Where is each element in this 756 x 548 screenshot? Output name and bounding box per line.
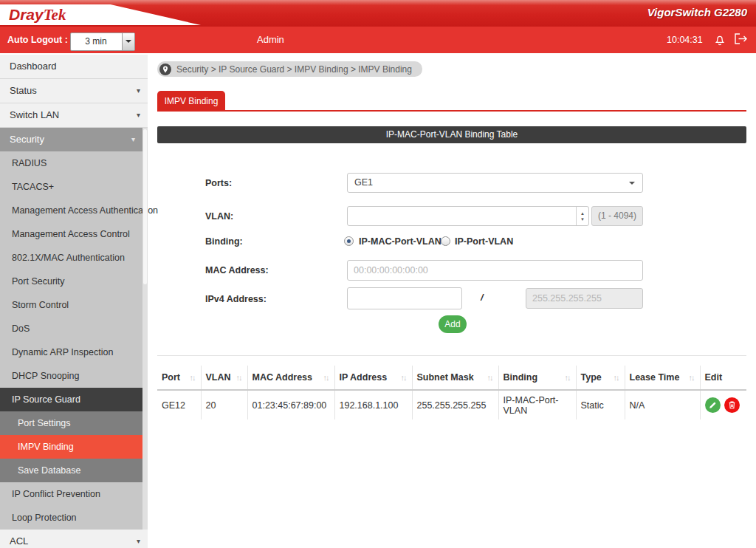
vigorswitch-admin-page: DrayTek VigorSwitch G2280 Auto Logout : … — [0, 0, 756, 548]
section-divider — [157, 355, 746, 356]
sidebar-item-storm-control[interactable]: Storm Control — [0, 293, 142, 317]
radio-label-ip-mac-port-vlan[interactable]: IP-MAC-Port-VLAN — [359, 236, 441, 247]
sort-icon[interactable] — [565, 373, 570, 382]
cell-edit — [700, 390, 746, 419]
number-spinner-icon[interactable] — [576, 207, 588, 225]
panel-title: IP-MAC-Port-VLAN Binding Table — [157, 126, 746, 143]
column-label: Binding — [504, 372, 538, 383]
chevron-down-icon — [137, 103, 140, 127]
column-header-vlan[interactable]: VLAN — [201, 366, 247, 390]
sidebar-item-status[interactable]: Status — [0, 79, 148, 103]
add-button[interactable]: Add — [439, 315, 467, 333]
table-header-row: Port VLAN MAC Address IP Address Subnet … — [157, 366, 746, 390]
notification-bell-icon[interactable] — [713, 32, 726, 49]
sort-icon[interactable] — [487, 373, 492, 382]
cell-type: Static — [576, 390, 625, 419]
sidebar-item-acl[interactable]: ACL — [0, 530, 148, 548]
product-name: VigorSwitch G2280 — [647, 6, 747, 18]
logout-icon[interactable] — [733, 32, 749, 48]
sidebar-item-label: Security — [10, 134, 44, 145]
sidebar-item-label: RADIUS — [12, 158, 47, 168]
sidebar-item-label: TACACS+ — [12, 182, 54, 192]
sidebar-item-loop-protection[interactable]: Loop Protection — [0, 506, 142, 530]
column-header-mac-address[interactable]: MAC Address — [247, 366, 334, 390]
sidebar-item-impv-binding[interactable]: IMPV Binding — [0, 435, 142, 459]
cell-ip: 192.168.1.100 — [334, 390, 412, 419]
sidebar-item-label: DoS — [12, 323, 30, 334]
cell-lease: N/A — [625, 390, 700, 419]
sidebar-item-label: Port Security — [12, 276, 65, 287]
sidebar-item-dos[interactable]: DoS — [0, 317, 142, 340]
column-label: Lease Time — [630, 372, 680, 383]
sidebar-item-mgmt-access-control[interactable]: Management Access Control — [0, 222, 142, 246]
radio-ip-port-vlan[interactable] — [441, 236, 450, 246]
sort-icon[interactable] — [689, 373, 694, 382]
sidebar-item-label: IP Conflict Prevention — [12, 489, 100, 499]
logged-in-user: Admin — [257, 34, 284, 45]
sidebar-item-label: Status — [10, 85, 37, 96]
cell-vlan: 20 — [201, 390, 247, 419]
sidebar-item-8021x-mac-auth[interactable]: 802.1X/MAC Authentication — [0, 246, 142, 270]
vlan-input[interactable] — [347, 206, 589, 226]
ports-select[interactable]: GE1 — [347, 173, 643, 193]
sort-icon[interactable] — [401, 373, 406, 382]
brand-dray: Dray — [9, 6, 44, 23]
mac-address-input[interactable] — [347, 260, 643, 281]
sidebar-scrollbar[interactable] — [142, 128, 148, 530]
sidebar-item-tacacs[interactable]: TACACS+ — [0, 175, 142, 199]
sidebar-item-dhcp-snooping[interactable]: DHCP Snooping — [0, 364, 142, 388]
sort-icon[interactable] — [323, 373, 329, 382]
column-label: Port — [162, 372, 180, 383]
sidebar-item-label: Port Settings — [18, 418, 71, 428]
cell-mask: 255.255.255.255 — [412, 390, 498, 419]
sidebar-item-switch-lan[interactable]: Switch LAN — [0, 103, 148, 128]
column-header-edit: Edit — [700, 366, 746, 390]
sidebar-item-label: Dashboard — [10, 61, 57, 72]
sidebar-item-dashboard[interactable]: Dashboard — [0, 55, 148, 79]
column-header-lease-time[interactable]: Lease Time — [625, 366, 700, 390]
sidebar-section-ip-source-guard[interactable]: IP Source Guard — [0, 388, 142, 411]
sidebar-item-port-settings[interactable]: Port Settings — [0, 411, 142, 435]
brand-tek: Tek — [44, 6, 66, 24]
sort-icon[interactable] — [190, 373, 195, 382]
sidebar-item-dynamic-arp-inspection[interactable]: Dynamic ARP Inspection — [0, 340, 142, 364]
sidebar-item-save-database[interactable]: Save Database — [0, 459, 142, 482]
column-header-ip-address[interactable]: IP Address — [334, 366, 412, 390]
sidebar-item-label: Save Database — [18, 465, 80, 476]
edit-wrench-icon[interactable] — [705, 397, 721, 413]
column-label: IP Address — [340, 372, 388, 383]
radio-label-ip-port-vlan[interactable]: IP-Port-VLAN — [455, 236, 513, 247]
sidebar-item-radius[interactable]: RADIUS — [0, 151, 142, 175]
slash-separator: / — [481, 292, 484, 303]
column-header-subnet-mask[interactable]: Subnet Mask — [412, 366, 498, 390]
delete-trash-icon[interactable] — [724, 397, 740, 413]
sort-icon[interactable] — [614, 373, 619, 382]
column-label: Edit — [705, 372, 723, 383]
auto-logout-label: Auto Logout : — [7, 35, 68, 45]
sidebar-item-label: Switch LAN — [10, 109, 59, 120]
scrollbar-thumb[interactable] — [143, 129, 147, 284]
ipv4-address-input[interactable] — [347, 287, 462, 309]
sidebar-section-security[interactable]: Security — [0, 128, 142, 151]
sidebar-item-label: Dynamic ARP Inspection — [12, 347, 113, 357]
sort-icon[interactable] — [236, 373, 241, 382]
tab-impv-binding[interactable]: IMPV Binding — [157, 91, 225, 112]
chevron-down-icon — [122, 33, 134, 50]
sidebar-item-mgmt-access-auth[interactable]: Management Access Authentication — [0, 199, 142, 222]
column-header-binding[interactable]: Binding — [498, 366, 576, 390]
sidebar-item-label: Management Access Authentication — [12, 205, 158, 216]
auto-logout-select[interactable]: 3 min — [70, 32, 135, 51]
chevron-down-icon — [131, 128, 135, 151]
mac-address-label: MAC Address: — [205, 265, 269, 275]
vlan-range-hint: (1 - 4094) — [591, 206, 643, 226]
binding-label: Binding: — [205, 236, 243, 247]
column-header-port[interactable]: Port — [157, 366, 201, 390]
sidebar-item-port-security[interactable]: Port Security — [0, 270, 142, 293]
radio-ip-mac-port-vlan[interactable] — [344, 236, 354, 246]
top-banner: DrayTek VigorSwitch G2280 — [0, 0, 756, 27]
column-label: Subnet Mask — [417, 372, 474, 383]
sidebar-item-ip-conflict-prevention[interactable]: IP Conflict Prevention — [0, 482, 142, 506]
sidebar-item-label: Loop Protection — [12, 513, 77, 523]
column-label: Type — [581, 372, 602, 383]
column-header-type[interactable]: Type — [576, 366, 625, 390]
